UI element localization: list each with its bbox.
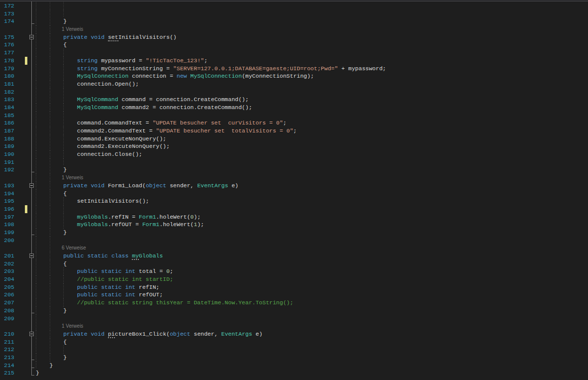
code-text[interactable]: string myConnectionString = "SERVER=127.… — [34, 65, 588, 73]
line-number[interactable]: 194 — [0, 190, 23, 198]
code-text[interactable]: string mypassword = "!TicTacToe_123!"; — [34, 57, 588, 65]
code-text[interactable]: command2.CommandText = "UPDATE besucher … — [34, 127, 588, 135]
fold-collapse-icon[interactable] — [29, 253, 34, 258]
code-text[interactable] — [34, 315, 588, 323]
code-text[interactable]: } — [34, 362, 588, 370]
line-number[interactable]: 197 — [0, 213, 23, 221]
line-number[interactable]: 201 — [0, 252, 23, 260]
line-number[interactable]: 204 — [0, 275, 23, 283]
line-number[interactable]: 193 — [0, 182, 23, 190]
code-text[interactable]: public static int refOUT; — [34, 291, 588, 299]
line-number[interactable]: 195 — [0, 197, 23, 205]
line-number[interactable]: 205 — [0, 283, 23, 291]
code-text[interactable]: setInitialVisitors(); — [34, 197, 588, 205]
line-number[interactable]: 175 — [0, 33, 23, 41]
code-text[interactable]: //public static string thisYear = DateTi… — [34, 299, 588, 307]
fold-collapse-icon[interactable] — [29, 183, 34, 188]
codelens-references-label[interactable]: 6 Verweise — [62, 244, 86, 252]
line-number[interactable]: 192 — [0, 166, 23, 174]
code-text[interactable]: private void Form1_Load(object sender, E… — [34, 182, 588, 190]
code-text[interactable] — [34, 2, 588, 10]
code-text[interactable]: { — [34, 190, 588, 198]
codelens-text[interactable]: 1 Verweis — [34, 322, 588, 330]
code-text[interactable]: { — [34, 41, 588, 49]
code-text[interactable]: } — [34, 354, 588, 362]
fold-collapse-icon[interactable] — [29, 332, 34, 336]
codelens-text[interactable]: 1 Verweis — [34, 25, 588, 33]
code-text[interactable]: { — [34, 338, 588, 346]
code-text[interactable]: connection.Close(); — [34, 150, 588, 158]
line-number[interactable]: 183 — [0, 96, 23, 104]
line-number[interactable]: 215 — [0, 369, 23, 377]
code-text[interactable]: } — [34, 166, 588, 174]
codelens-references-label[interactable]: 1 Verweis — [62, 174, 83, 182]
code-text[interactable]: public static int total = 0; — [34, 267, 588, 275]
code-text[interactable]: command2.ExecuteNonQuery(); — [34, 142, 588, 150]
code-text[interactable] — [34, 158, 588, 166]
codelens-references-label[interactable]: 1 Verweis — [62, 322, 83, 330]
code-text[interactable] — [34, 10, 588, 18]
line-number[interactable]: 198 — [0, 221, 23, 229]
line-number[interactable]: 211 — [0, 338, 23, 346]
code-text[interactable]: //public static int startID; — [34, 275, 588, 283]
line-number[interactable]: 196 — [0, 205, 23, 213]
code-text[interactable]: } — [34, 307, 588, 315]
code-text[interactable]: command.ExecuteNonQuery(); — [34, 135, 588, 143]
line-number[interactable]: 200 — [0, 237, 23, 245]
line-number[interactable]: 213 — [0, 354, 23, 362]
line-number[interactable]: 203 — [0, 267, 23, 275]
code-text[interactable]: } — [34, 229, 588, 237]
line-number[interactable]: 190 — [0, 150, 23, 158]
code-text[interactable]: { — [34, 260, 588, 268]
codelens-text[interactable]: 6 Verweise — [34, 244, 588, 252]
code-text[interactable] — [34, 237, 588, 245]
line-number[interactable]: 181 — [0, 80, 23, 88]
code-text[interactable]: connection.Open(); — [34, 80, 588, 88]
line-number[interactable]: 173 — [0, 10, 23, 18]
line-number[interactable]: 206 — [0, 291, 23, 299]
fold-collapse-icon[interactable] — [29, 35, 34, 39]
code-text[interactable] — [34, 112, 588, 120]
line-number[interactable]: 214 — [0, 362, 23, 370]
line-number[interactable]: 178 — [0, 57, 23, 65]
code-text[interactable] — [34, 49, 588, 57]
line-number[interactable]: 210 — [0, 330, 23, 338]
line-number[interactable]: 176 — [0, 41, 23, 49]
line-number[interactable]: 187 — [0, 127, 23, 135]
codelens-text[interactable]: 1 Verweis — [34, 174, 588, 182]
line-number[interactable]: 199 — [0, 229, 23, 237]
line-number[interactable]: 184 — [0, 104, 23, 112]
line-number[interactable]: 191 — [0, 158, 23, 166]
line-number[interactable]: 208 — [0, 307, 23, 315]
code-text[interactable] — [34, 205, 588, 213]
line-number[interactable]: 186 — [0, 119, 23, 127]
code-text[interactable]: MySqlCommand command2 = connection.Creat… — [34, 104, 588, 112]
code-text[interactable]: private void setInitialVisitors() — [34, 33, 588, 41]
code-text[interactable]: public static class myGlobals — [34, 252, 588, 260]
line-number[interactable]: 185 — [0, 112, 23, 120]
line-number[interactable]: 207 — [0, 299, 23, 307]
code-editor[interactable]: 172173174 }1 Verweis175 private void set… — [0, 0, 588, 380]
code-text[interactable]: MySqlCommand command = connection.Create… — [34, 96, 588, 104]
line-number[interactable]: 189 — [0, 142, 23, 150]
line-number[interactable]: 212 — [0, 346, 23, 354]
code-text[interactable]: myGlobals.refIN = Form1.holeWert(0); — [34, 213, 588, 221]
code-text[interactable]: public static int refIN; — [34, 283, 588, 291]
code-text[interactable]: private void pictureBox1_Click(object se… — [34, 330, 588, 338]
codelens-references-label[interactable]: 1 Verweis — [62, 25, 83, 33]
line-number[interactable]: 202 — [0, 260, 23, 268]
line-number[interactable]: 188 — [0, 135, 23, 143]
line-number[interactable]: 174 — [0, 17, 23, 25]
line-number[interactable]: 180 — [0, 72, 23, 80]
line-number[interactable]: 209 — [0, 315, 23, 323]
code-text[interactable]: } — [34, 17, 588, 25]
code-text[interactable] — [34, 346, 588, 354]
code-text[interactable]: myGlobals.refOUT = Form1.holeWert(1); — [34, 221, 588, 229]
code-text[interactable]: MySqlConnection connection = new MySqlCo… — [34, 72, 588, 80]
line-number[interactable]: 179 — [0, 65, 23, 73]
line-number[interactable]: 177 — [0, 49, 23, 57]
line-number[interactable]: 172 — [0, 2, 23, 10]
code-text[interactable]: command.CommandText = "UPDATE besucher s… — [34, 119, 588, 127]
code-text[interactable] — [34, 88, 588, 96]
line-number[interactable]: 182 — [0, 88, 23, 96]
